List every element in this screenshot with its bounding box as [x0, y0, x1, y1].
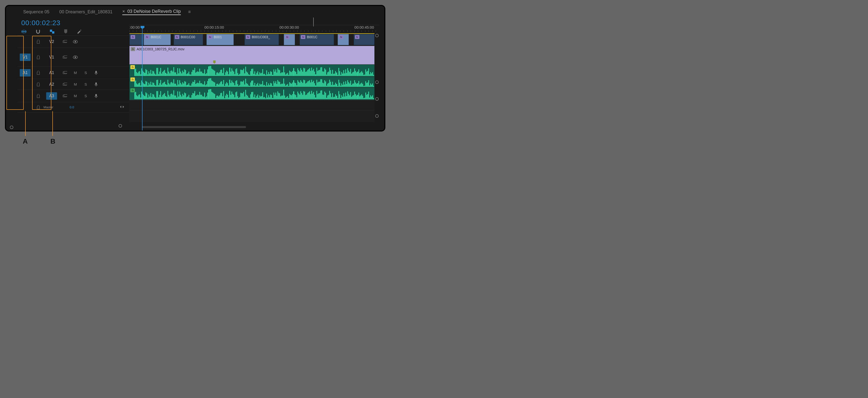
- lock-icon[interactable]: [33, 94, 43, 98]
- clip-label: B001C: [151, 35, 161, 39]
- clip-v2[interactable]: fxB001: [207, 34, 234, 45]
- lock-icon[interactable]: [33, 82, 43, 86]
- fx-badge-icon: fx: [130, 88, 135, 92]
- ruler-label: 00:00:45:00: [354, 25, 374, 29]
- track-target-v1[interactable]: V1: [46, 54, 57, 61]
- clip-v2[interactable]: fxB001C00: [174, 34, 203, 45]
- toggle-output-icon[interactable]: [70, 56, 81, 59]
- annotation-callouts: A B: [5, 132, 385, 156]
- snap-icon[interactable]: [36, 29, 40, 34]
- vertical-zoom[interactable]: [375, 33, 379, 124]
- svg-rect-15: [64, 95, 67, 97]
- sync-lock-icon[interactable]: [60, 40, 70, 43]
- clip-v1[interactable]: fx A001C003_180725_R1JC.mov: [129, 46, 374, 64]
- track-target-v2[interactable]: V2: [46, 38, 57, 45]
- track-target-a2[interactable]: A2: [46, 81, 57, 88]
- track-target-a3[interactable]: A3: [46, 92, 57, 100]
- track-header-v2: V2: [17, 35, 129, 47]
- fx-badge-icon: fx: [130, 77, 135, 81]
- linked-selection-icon[interactable]: [50, 29, 55, 34]
- lock-icon[interactable]: [33, 40, 43, 44]
- ruler-label: 00:00:30:00: [279, 25, 299, 29]
- tab-label: 03 DeNoise DeReverb Clip: [127, 9, 181, 14]
- clip-label: A001C003_180725_R1JC.mov: [136, 47, 185, 51]
- settings-icon[interactable]: [76, 29, 82, 34]
- mute-button[interactable]: M: [74, 71, 77, 75]
- hscroll-track[interactable]: [129, 122, 374, 129]
- panel-menu-icon[interactable]: ≡: [188, 9, 191, 14]
- clip-label: B001C003_: [252, 35, 270, 39]
- sync-lock-icon[interactable]: [60, 82, 70, 86]
- mute-button[interactable]: M: [74, 82, 77, 86]
- lock-icon[interactable]: [33, 71, 43, 75]
- voiceover-icon[interactable]: [91, 71, 101, 75]
- track-header-master: Master 0.0: [17, 102, 129, 112]
- clip-v2[interactable]: fx: [129, 34, 144, 45]
- svg-point-3: [74, 41, 76, 42]
- tab-label: 00 Dreamers_Edit_180831: [59, 9, 113, 14]
- callout-b: B: [51, 137, 55, 145]
- source-patch-v1[interactable]: V1: [20, 54, 31, 61]
- solo-button[interactable]: S: [85, 71, 87, 75]
- solo-button[interactable]: S: [85, 82, 87, 86]
- timeline-panel: Sequence 05 00 Dreamers_Edit_180831 × 03…: [5, 5, 385, 132]
- master-level[interactable]: 0.0: [70, 105, 74, 109]
- solo-button[interactable]: S: [85, 94, 87, 98]
- current-timecode[interactable]: 00:00:02:23: [21, 19, 129, 27]
- lock-icon[interactable]: [33, 105, 43, 109]
- playhead[interactable]: [142, 29, 143, 131]
- lane-a3[interactable]: fx: [129, 88, 374, 100]
- clip-v2[interactable]: fx: [354, 34, 374, 45]
- source-patch-a1[interactable]: A1: [20, 69, 31, 76]
- lane-a2[interactable]: fx: [129, 77, 374, 88]
- clip-v2[interactable]: fxB001C: [300, 34, 334, 45]
- tab-dreamers-edit[interactable]: 00 Dreamers_Edit_180831: [59, 9, 113, 14]
- mute-button[interactable]: M: [74, 94, 77, 98]
- source-patch-v2[interactable]: [22, 40, 28, 43]
- zoom-handle[interactable]: [375, 114, 379, 118]
- lane-v1[interactable]: fx A001C003_180725_R1JC.mov: [129, 46, 374, 64]
- clip-a1[interactable]: fx: [129, 65, 374, 77]
- tab-sequence-05[interactable]: Sequence 05: [23, 9, 50, 14]
- clip-v2[interactable]: fxB001C: [144, 34, 171, 45]
- clip-v2[interactable]: fx: [338, 34, 349, 45]
- clip-v2[interactable]: fx: [284, 34, 295, 45]
- time-ruler[interactable]: :00:0000:00:15:0000:00:30:0000:00:45:00: [129, 25, 379, 33]
- clip-a2[interactable]: fx: [129, 77, 374, 88]
- svg-rect-10: [95, 71, 97, 73]
- expand-icon[interactable]: [120, 105, 124, 109]
- zoom-handle[interactable]: [375, 97, 379, 101]
- zoom-handle-left[interactable]: [119, 124, 122, 128]
- lane-v2[interactable]: fxfxB001CfxB001C00fxB001fxB001C003_fxfxB…: [129, 33, 374, 46]
- lane-a1[interactable]: fx: [129, 64, 374, 77]
- clip-v2[interactable]: fxB001C003_: [245, 34, 279, 45]
- work-area-bar[interactable]: [129, 33, 374, 34]
- tab-denoise-dereverb[interactable]: × 03 DeNoise DeReverb Clip: [122, 9, 181, 15]
- fx-badge-icon: fx: [145, 35, 150, 39]
- svg-rect-1: [64, 40, 67, 42]
- sync-lock-icon[interactable]: [60, 71, 70, 74]
- zoom-handle[interactable]: [375, 34, 379, 37]
- clip-label: B001: [214, 35, 222, 39]
- lock-icon[interactable]: [33, 55, 43, 59]
- marker-icon[interactable]: [64, 29, 68, 34]
- master-label: Master: [43, 105, 53, 109]
- track-target-a1[interactable]: A1: [46, 69, 57, 76]
- close-icon[interactable]: ×: [122, 9, 125, 14]
- sync-lock-icon[interactable]: [60, 94, 70, 98]
- clip-label: B001C00: [181, 35, 195, 39]
- insert-overwrite-icon[interactable]: [21, 29, 27, 34]
- track-header-a2: A2 M S: [17, 79, 129, 90]
- hscroll[interactable]: [17, 124, 129, 131]
- lane-spacer: [129, 110, 374, 122]
- hscroll-thumb[interactable]: [142, 126, 246, 128]
- svg-point-7: [74, 57, 76, 58]
- svg-rect-13: [95, 82, 97, 85]
- zoom-handle[interactable]: [375, 80, 379, 84]
- voiceover-icon[interactable]: [91, 82, 101, 87]
- clip-a3[interactable]: fx: [129, 88, 374, 100]
- voiceover-icon[interactable]: [91, 94, 101, 98]
- fx-badge-icon: fx: [301, 35, 305, 39]
- toggle-output-icon[interactable]: [70, 40, 81, 43]
- sync-lock-icon[interactable]: [60, 56, 70, 59]
